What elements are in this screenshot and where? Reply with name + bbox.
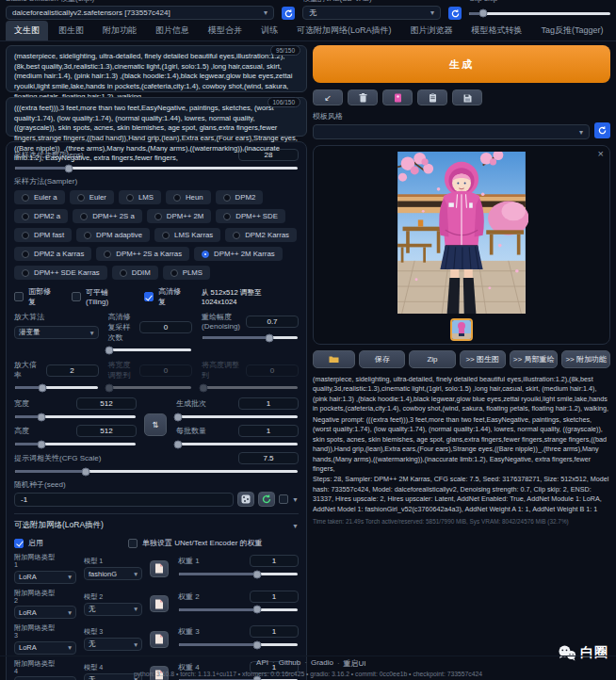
lora-accordion-header[interactable]: 可选附加网络(LoRA插件) ▼ xyxy=(14,520,299,531)
hires-fix-checkbox[interactable]: 高清修复 xyxy=(144,286,188,307)
negative-prompt-input[interactable]: (((extra feet))),3 feet,more than two fe… xyxy=(14,104,299,164)
batch-count-value[interactable]: 1 xyxy=(238,397,299,410)
output-action-button[interactable]: >> 图生图 xyxy=(460,350,506,368)
tab-item[interactable]: 附加功能 xyxy=(94,21,145,40)
denoising-value[interactable]: 0.7 xyxy=(246,316,299,328)
sampler-option[interactable]: DPM2 xyxy=(216,190,264,204)
sampler-option[interactable]: DDIM xyxy=(112,266,158,280)
lora-weight-value[interactable]: 1 xyxy=(250,555,299,567)
clear-prompt-button[interactable] xyxy=(348,89,378,105)
cfg-value[interactable]: 7.5 xyxy=(238,452,299,464)
tab-item[interactable]: 图生图 xyxy=(50,21,92,40)
hires-steps-value[interactable]: 0 xyxy=(139,321,192,333)
tab-item[interactable]: 图片浏览器 xyxy=(402,21,462,40)
vae-select[interactable]: 无 ▾ xyxy=(302,6,441,20)
lora-model-select[interactable]: 无▾ xyxy=(84,638,142,651)
seed-extra-arrow-icon[interactable]: ▼ xyxy=(292,496,299,503)
prompt-input[interactable]: (masterpiece, sidelighting, ultra-detail… xyxy=(14,52,299,102)
upscaler-select[interactable]: 潜变量▾ xyxy=(14,326,99,339)
sampler-option[interactable]: DPM2 Karras xyxy=(225,228,297,242)
lora-model-file-button[interactable] xyxy=(150,560,169,577)
sampler-option[interactable]: DPM adaptive xyxy=(76,228,150,242)
tiling-checkbox[interactable]: 可平铺(Tiling) xyxy=(72,287,131,306)
refresh-styles-button[interactable] xyxy=(594,122,610,138)
denoising-slider[interactable] xyxy=(203,336,298,339)
hires-steps-slider[interactable] xyxy=(109,348,192,351)
cfg-slider[interactable] xyxy=(15,470,298,473)
sampler-option[interactable]: DPM++ 2S a xyxy=(73,209,142,223)
sampler-option[interactable]: DPM2 a Karras xyxy=(14,247,91,261)
generated-image[interactable] xyxy=(395,152,528,314)
generate-button[interactable]: 生成 xyxy=(313,45,610,83)
lora-weight-slider[interactable] xyxy=(179,608,298,611)
tab-item[interactable]: 模型合并 xyxy=(200,21,251,40)
footer-link[interactable]: 重启UI xyxy=(337,658,366,669)
save-style-button[interactable] xyxy=(452,89,482,105)
height-slider[interactable] xyxy=(15,443,136,445)
lora-weight-slider[interactable] xyxy=(179,573,298,575)
sampler-option[interactable]: PLMS xyxy=(163,266,210,280)
height-value[interactable]: 512 xyxy=(76,425,137,437)
sampler-option[interactable]: DPM++ 2M Karras xyxy=(194,247,283,261)
refresh-vae-button[interactable] xyxy=(448,7,462,20)
lora-enable-checkbox[interactable]: 启用 xyxy=(14,538,43,548)
width-slider[interactable] xyxy=(15,415,136,418)
output-action-button[interactable]: 保存 xyxy=(359,350,405,368)
sampler-option[interactable]: DPM2 a xyxy=(14,209,68,223)
lora-weight-slider[interactable] xyxy=(179,643,298,646)
apply-style-button[interactable] xyxy=(417,89,447,105)
lora-weight-value[interactable]: 1 xyxy=(250,591,299,603)
close-icon[interactable]: × xyxy=(598,148,604,159)
footer-link[interactable]: API xyxy=(250,658,268,669)
output-action-button[interactable]: Zip xyxy=(409,350,455,368)
batch-size-slider[interactable] xyxy=(177,443,298,445)
lora-type-select[interactable]: LoRA▾ xyxy=(14,571,76,584)
output-action-button[interactable]: >> 附加功能 xyxy=(561,350,610,368)
extra-seed-checkbox[interactable] xyxy=(279,494,288,504)
extra-networks-button[interactable] xyxy=(382,89,413,105)
sampler-option[interactable]: DPM fast xyxy=(14,228,72,242)
tab-item[interactable]: 模型格式转换 xyxy=(463,21,531,40)
tab-item[interactable]: 可选附加网络(LoRA插件) xyxy=(288,21,400,40)
tab-item[interactable]: 图片信息 xyxy=(147,21,198,40)
footer-link[interactable]: Gradio xyxy=(304,658,333,669)
sampler-option[interactable]: Euler a xyxy=(14,190,65,204)
checkpoint-select[interactable]: dalceforealisticallyv2.safetensors [7335… xyxy=(6,6,274,20)
lora-model-file-button[interactable] xyxy=(150,631,169,648)
lora-separate-weights-checkbox[interactable]: 单独设置 UNet/Text Encoder 的权重 xyxy=(128,538,263,548)
sampler-option[interactable]: DPM++ 2S a Karras xyxy=(96,247,189,261)
random-seed-button[interactable] xyxy=(237,492,254,507)
lora-type-select[interactable]: LoRA▾ xyxy=(14,641,76,655)
tab-item[interactable]: 文生图 xyxy=(6,21,48,40)
sampler-option[interactable]: DPM++ 2M xyxy=(147,209,211,223)
lora-model-select[interactable]: fashionG▾ xyxy=(84,567,142,580)
gallery-thumbnail[interactable] xyxy=(450,318,473,341)
clip-skip-slider[interactable] xyxy=(469,7,610,20)
open-folder-button[interactable] xyxy=(313,350,355,368)
upscale-by-value[interactable]: 2 xyxy=(46,364,99,377)
styles-select[interactable]: ▾ xyxy=(313,124,590,139)
paste-generation-params-button[interactable]: ↙ xyxy=(313,89,343,105)
sampler-option[interactable]: DPM++ SDE xyxy=(216,209,285,223)
sampler-option[interactable]: Heun xyxy=(166,190,211,204)
sampler-option[interactable]: DPM++ SDE Karras xyxy=(14,266,107,280)
width-value[interactable]: 512 xyxy=(76,397,137,410)
reuse-seed-button[interactable] xyxy=(258,492,275,507)
sampler-option[interactable]: Euler xyxy=(70,190,114,204)
swap-dimensions-button[interactable]: ⇅ xyxy=(144,413,167,436)
sampler-option[interactable]: LMS xyxy=(119,190,161,204)
batch-count-slider[interactable] xyxy=(177,415,298,418)
lora-model-select[interactable]: 无▾ xyxy=(84,603,142,616)
seed-input[interactable]: -1 xyxy=(14,493,234,507)
refresh-checkpoint-button[interactable] xyxy=(282,7,295,20)
batch-size-value[interactable]: 1 xyxy=(238,425,299,437)
footer-link[interactable]: Github xyxy=(272,658,300,669)
lora-type-select[interactable]: LoRA▾ xyxy=(14,606,76,619)
tab-item[interactable]: Tag反推(Tagger) xyxy=(533,21,612,40)
restore-faces-checkbox[interactable]: 面部修复 xyxy=(14,286,58,307)
lora-model-file-button[interactable] xyxy=(150,595,169,612)
steps-slider[interactable] xyxy=(15,167,298,170)
sampler-option[interactable]: LMS Karras xyxy=(154,228,220,242)
tab-item[interactable]: 训练 xyxy=(252,21,286,40)
output-action-button[interactable]: >> 局部重绘 xyxy=(510,350,559,368)
